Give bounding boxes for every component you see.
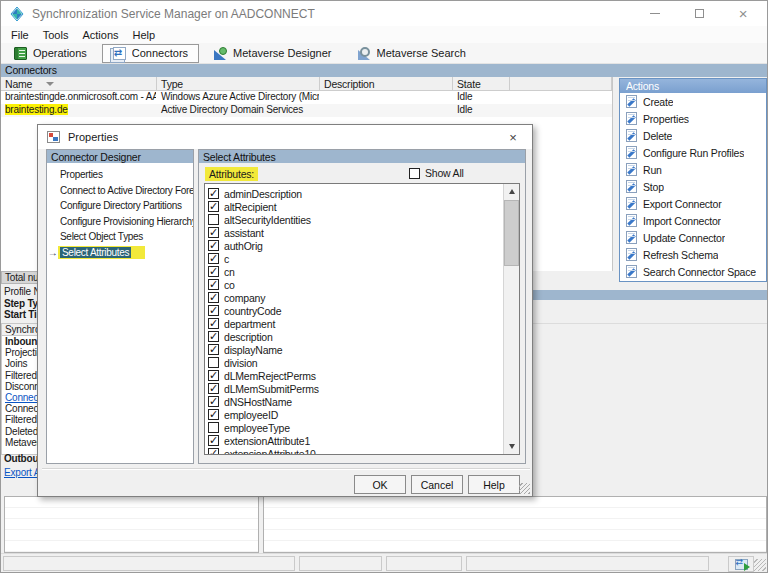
action-item[interactable]: Configure Run Profiles [620, 144, 766, 161]
attribute-row[interactable]: c [208, 252, 519, 265]
column-header-name[interactable]: Name [1, 77, 157, 91]
attribute-row[interactable]: altSecurityIdentities [208, 213, 519, 226]
attribute-checkbox[interactable] [208, 201, 219, 212]
action-item[interactable]: Refresh Schema [620, 246, 766, 263]
attribute-checkbox[interactable] [208, 357, 219, 368]
attribute-row[interactable]: assistant [208, 226, 519, 239]
attribute-row[interactable]: altRecipient [208, 200, 519, 213]
attribute-checkbox[interactable] [208, 344, 219, 355]
attribute-checkbox[interactable] [208, 188, 219, 199]
toolbar-button[interactable]: Metaverse Search [347, 44, 477, 63]
dialog-title: Properties [68, 131, 118, 143]
dialog-nav-item[interactable]: → Configure Directory Partitions [47, 198, 193, 214]
attribute-checkbox[interactable] [208, 318, 219, 329]
dialog-nav-item[interactable]: → Configure Provisioning Hierarchy [47, 214, 193, 230]
attribute-row[interactable]: department [208, 317, 519, 330]
minimize-button[interactable] [639, 1, 671, 26]
scroll-up-button[interactable] [504, 184, 519, 199]
dialog-resize-grip[interactable] [519, 483, 530, 494]
menu-item[interactable]: File [4, 27, 36, 43]
action-item[interactable]: Properties [620, 110, 766, 127]
close-window-button[interactable]: × [727, 1, 759, 26]
action-item[interactable]: Update Connector [620, 229, 766, 246]
attribute-checkbox[interactable] [208, 240, 219, 251]
attribute-row[interactable]: adminDescription [208, 187, 519, 200]
toolbar-button[interactable]: Metaverse Designer [203, 44, 342, 63]
dialog-close-button[interactable]: × [502, 128, 524, 146]
action-item[interactable]: Create [620, 93, 766, 110]
attribute-row[interactable]: extensionAttribute1 [208, 434, 519, 447]
maximize-button[interactable] [683, 1, 715, 26]
dialog-title-bar: Properties × [38, 125, 532, 149]
menu-item[interactable]: Tools [36, 27, 76, 43]
scroll-up-icon [509, 189, 515, 194]
scroll-down-button[interactable] [504, 439, 519, 454]
close-icon: × [739, 9, 748, 19]
column-header-type[interactable]: Type [157, 77, 320, 91]
attribute-row[interactable]: dNSHostName [208, 395, 519, 408]
attribute-row[interactable]: description [208, 330, 519, 343]
dialog-nav-item[interactable]: → Connect to Active Directory Forest [47, 183, 193, 199]
attribute-checkbox[interactable] [208, 266, 219, 277]
attribute-row[interactable]: dLMemSubmitPerms [208, 382, 519, 395]
action-item[interactable]: Stop [620, 178, 766, 195]
cancel-button[interactable]: Cancel [411, 475, 463, 494]
window-title: Synchronization Service Manager on AADCO… [32, 7, 315, 21]
connectors-icon [113, 47, 126, 60]
attribute-row[interactable]: division [208, 356, 519, 369]
attribute-row[interactable]: displayName [208, 343, 519, 356]
attribute-checkbox[interactable] [208, 409, 219, 420]
dialog-nav-item[interactable]: → Properties [47, 167, 193, 183]
attribute-checkbox[interactable] [208, 396, 219, 407]
attribute-checkbox[interactable] [208, 253, 219, 264]
attribute-checkbox[interactable] [208, 292, 219, 303]
column-header-state[interactable]: State [453, 77, 510, 91]
toolbar-button[interactable]: Connectors [102, 44, 199, 63]
attribute-checkbox[interactable] [208, 305, 219, 316]
show-all-checkbox[interactable] [409, 168, 420, 179]
status-icon-box[interactable] [728, 556, 754, 572]
toolbar-button[interactable]: Operations [3, 44, 98, 63]
attribute-row[interactable]: company [208, 291, 519, 304]
help-button[interactable]: Help [468, 475, 520, 494]
scrollbar-thumb[interactable] [504, 200, 519, 266]
attribute-checkbox[interactable] [208, 422, 219, 433]
scroll-down-icon [509, 444, 515, 449]
action-item[interactable]: Delete [620, 127, 766, 144]
table-row[interactable]: braintestingde.onmicrosoft.com - AAD Win… [1, 91, 612, 104]
attribute-row[interactable]: countryCode [208, 304, 519, 317]
dialog-nav-item[interactable]: → Select Object Types [47, 229, 193, 245]
attribute-checkbox[interactable] [208, 435, 219, 446]
attribute-checkbox[interactable] [208, 370, 219, 381]
attributes-scrollbar[interactable] [503, 184, 519, 454]
action-item[interactable]: Run [620, 161, 766, 178]
action-item[interactable]: Export Connector [620, 195, 766, 212]
column-header-description[interactable]: Description [320, 77, 453, 91]
show-all-row: Show All [409, 167, 464, 179]
attribute-row[interactable]: dLMemRejectPerms [208, 369, 519, 382]
action-item[interactable]: Search Connector Space [620, 263, 766, 280]
dialog-footer-divider [42, 468, 530, 470]
attribute-row[interactable]: co [208, 278, 519, 291]
task-icon [626, 197, 637, 210]
menu-item[interactable]: Help [126, 27, 163, 43]
attribute-row[interactable]: extensionAttribute10 [208, 447, 519, 455]
select-attributes-panel: Select Attributes Attributes: Show All a… [198, 149, 526, 464]
ok-button[interactable]: OK [354, 475, 406, 494]
attribute-row[interactable]: authOrig [208, 239, 519, 252]
menu-item[interactable]: Actions [75, 27, 125, 43]
attribute-checkbox[interactable] [208, 383, 219, 394]
attribute-checkbox[interactable] [208, 279, 219, 290]
attribute-checkbox[interactable] [208, 331, 219, 342]
table-row[interactable]: braintesting.de Active Directory Domain … [1, 104, 612, 117]
attribute-checkbox[interactable] [208, 214, 219, 225]
attribute-row[interactable]: employeeType [208, 421, 519, 434]
column-header-filler [510, 77, 612, 91]
attribute-checkbox[interactable] [208, 227, 219, 238]
attribute-row[interactable]: employeeID [208, 408, 519, 421]
action-item[interactable]: Import Connector [620, 212, 766, 229]
attribute-row[interactable]: cn [208, 265, 519, 278]
attribute-checkbox[interactable] [208, 448, 219, 455]
dialog-nav-item[interactable]: → Select Attributes [47, 245, 193, 261]
window-resize-grip[interactable] [754, 559, 766, 571]
